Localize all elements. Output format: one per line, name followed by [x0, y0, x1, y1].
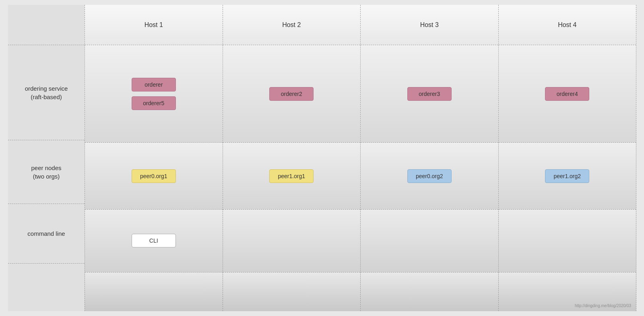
host1-bottom: [85, 272, 223, 311]
host4-ordering-section: orderer4: [499, 45, 636, 143]
host1-label: Host 1: [144, 21, 163, 29]
host3-column: Host 3 orderer3 peer0.org2: [360, 5, 499, 311]
host4-header: Host 4: [499, 5, 636, 45]
label-header-empty: [8, 5, 85, 45]
host1-cli-section: CLI: [85, 210, 223, 272]
diagram-container: ordering service(raft-based) peer nodes(…: [8, 5, 636, 311]
host3-label: Host 3: [420, 21, 439, 29]
label-bottom-empty: [8, 264, 85, 311]
peer1org1-node: peer1.org1: [269, 169, 314, 183]
peer0org1-node: peer0.org1: [132, 169, 176, 183]
label-peer-nodes: peer nodes(two orgs): [8, 140, 85, 204]
host3-header: Host 3: [361, 5, 498, 45]
host1-column: Host 1 orderer orderer5 peer0.org1 CLI: [85, 5, 223, 311]
host4-label: Host 4: [558, 21, 576, 29]
hosts-area: Host 1 orderer orderer5 peer0.org1 CLI: [85, 5, 636, 311]
peer1org2-node: peer1.org2: [545, 169, 589, 183]
orderer4-node: orderer4: [545, 87, 589, 101]
label-command-line: command line: [8, 204, 85, 264]
host2-bottom: [223, 272, 361, 311]
host2-column: Host 2 orderer2 peer1.org1: [223, 5, 361, 311]
peer0org2-node: peer0.org2: [407, 169, 452, 183]
host1-ordering-section: orderer orderer5: [85, 45, 223, 143]
orderer5-node: orderer5: [132, 96, 176, 110]
host3-cli-section: [361, 210, 498, 272]
host4-peer-section: peer1.org2: [499, 143, 636, 210]
host3-peer-section: peer0.org2: [361, 143, 498, 210]
host2-cli-section: [223, 210, 361, 272]
orderer2-node: orderer2: [269, 87, 314, 101]
host2-label: Host 2: [282, 21, 301, 29]
host2-peer-section: peer1.org1: [223, 143, 361, 210]
orderer-node: orderer: [132, 78, 176, 91]
host3-ordering-section: orderer3: [361, 45, 498, 143]
host4-cli-section: [499, 210, 636, 272]
host4-column: Host 4 orderer4 peer1.org2: [498, 5, 637, 311]
cli-node: CLI: [132, 234, 176, 247]
labels-column: ordering service(raft-based) peer nodes(…: [8, 5, 85, 311]
watermark: http://dingding.me/blog/2020/03: [575, 304, 631, 308]
host1-peer-section: peer0.org1: [85, 143, 223, 210]
label-ordering-service: ordering service(raft-based): [8, 45, 85, 140]
host2-ordering-section: orderer2: [223, 45, 361, 143]
host3-bottom: [361, 272, 498, 311]
orderer3-node: orderer3: [407, 87, 452, 101]
host2-header: Host 2: [223, 5, 361, 45]
host1-header: Host 1: [85, 5, 223, 45]
